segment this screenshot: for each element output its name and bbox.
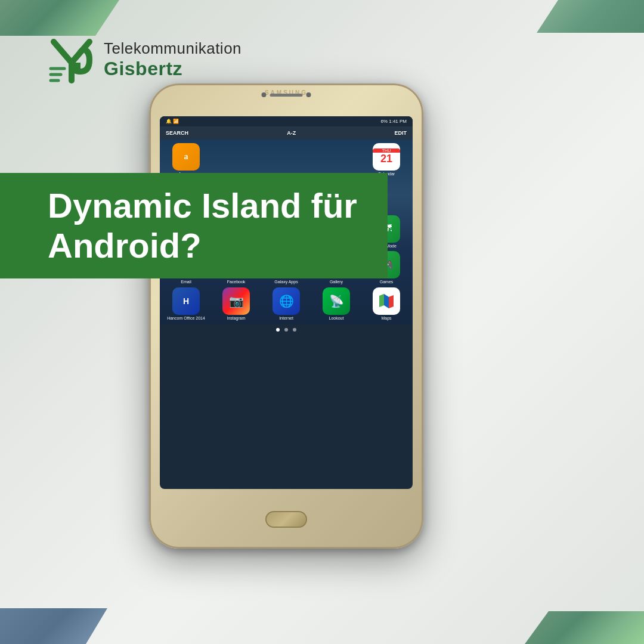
search-label[interactable]: SEARCH bbox=[166, 130, 188, 136]
app-empty1 bbox=[212, 143, 260, 177]
app-instagram[interactable]: 📷 Instagram bbox=[212, 287, 260, 321]
phone-frame: SAMSUNG 🔔 📶 6% 1:41 PM SEARCH A-Z EDIT a… bbox=[149, 83, 423, 549]
az-label[interactable]: A-Z bbox=[287, 130, 296, 136]
status-icons-left: 🔔 📶 bbox=[166, 119, 179, 124]
phone-search-bar: SEARCH A-Z EDIT bbox=[160, 126, 413, 140]
games-label: Games bbox=[380, 280, 394, 284]
maps-label: Maps bbox=[381, 316, 391, 321]
edit-label[interactable]: EDIT bbox=[394, 130, 407, 136]
app-calendar[interactable]: THU 21 Calendar bbox=[363, 143, 410, 177]
brand-name-line2: Gisbertz bbox=[104, 58, 242, 80]
headline-line2: Android? bbox=[48, 226, 202, 265]
dot-2 bbox=[284, 328, 288, 332]
lookout-label: Lookout bbox=[329, 316, 344, 321]
phone-container: SAMSUNG 🔔 📶 6% 1:41 PM SEARCH A-Z EDIT a… bbox=[149, 83, 423, 549]
camera-dot-left bbox=[262, 92, 267, 97]
brand-logo-icon bbox=[48, 36, 95, 83]
galaxy-label: Galaxy Apps bbox=[274, 280, 298, 284]
status-bar: 🔔 📶 6% 1:41 PM bbox=[160, 116, 413, 126]
instagram-label: Instagram bbox=[227, 316, 245, 321]
email-label: Email bbox=[181, 280, 191, 284]
dot-3 bbox=[293, 328, 296, 332]
hancom-icon: H bbox=[172, 287, 200, 315]
app-empty2 bbox=[262, 143, 310, 177]
hancom-label: Hancom Office 2014 bbox=[167, 316, 205, 321]
home-button[interactable] bbox=[265, 511, 307, 528]
lookout-icon: 📡 bbox=[323, 287, 350, 315]
app-amazon[interactable]: a Amazon bbox=[162, 143, 210, 177]
app-hancom[interactable]: H Hancom Office 2014 bbox=[162, 287, 210, 321]
amazon-icon: a bbox=[172, 143, 200, 171]
logo-area: Telekommunikation Gisbertz bbox=[48, 36, 242, 83]
internet-label: Internet bbox=[279, 316, 293, 321]
app-internet[interactable]: 🌐 Internet bbox=[262, 287, 310, 321]
app-lookout[interactable]: 📡 Lookout bbox=[312, 287, 360, 321]
internet-icon: 🌐 bbox=[273, 287, 300, 315]
gallery-label: Gallery bbox=[330, 280, 343, 284]
app-maps[interactable]: Maps bbox=[363, 287, 410, 321]
app-empty3 bbox=[312, 143, 360, 177]
camera-dot-right bbox=[306, 92, 311, 97]
calendar-icon: THU 21 bbox=[373, 143, 400, 171]
maps-icon bbox=[373, 287, 400, 315]
brand-name-line1: Telekommunikation bbox=[104, 39, 242, 58]
phone-screen: 🔔 📶 6% 1:41 PM SEARCH A-Z EDIT a Amazon bbox=[160, 116, 413, 489]
dot-1 bbox=[276, 328, 280, 332]
page-dots bbox=[160, 324, 413, 335]
headline-text: Dynamic Island für Android? bbox=[48, 186, 358, 265]
brand-name: Telekommunikation Gisbertz bbox=[104, 39, 242, 80]
facebook-label: Facebook bbox=[227, 280, 246, 284]
instagram-icon: 📷 bbox=[222, 287, 250, 315]
headline-line1: Dynamic Island für bbox=[48, 186, 357, 225]
headline-banner: Dynamic Island für Android? bbox=[0, 173, 388, 278]
speaker-grill bbox=[270, 94, 303, 97]
status-time: 6% 1:41 PM bbox=[380, 119, 407, 124]
